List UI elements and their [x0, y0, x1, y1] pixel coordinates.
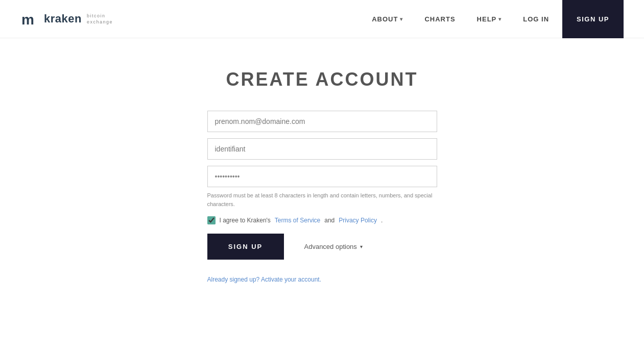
about-dropdown-icon: ▾: [400, 16, 403, 22]
logo-area: m kraken bitcoin exchange: [20, 8, 113, 30]
actions-row: SIGN UP Advanced options ▾: [207, 234, 437, 260]
nav-charts[interactable]: CHARTS: [416, 11, 463, 27]
terms-prefix-text: I agree to Kraken's: [220, 217, 271, 224]
password-hint: Password must be at least 8 characters i…: [207, 191, 437, 208]
email-input[interactable]: [207, 111, 437, 132]
terms-and-text: and: [324, 217, 335, 224]
terms-suffix-text: .: [381, 217, 383, 224]
nav-help[interactable]: HELP ▾: [469, 11, 510, 27]
kraken-logo: m kraken bitcoin exchange: [20, 8, 113, 30]
activate-account-link[interactable]: Already signed up? Activate your account…: [207, 276, 437, 283]
main-content: CREATE ACCOUNT Password must be at least…: [0, 38, 644, 283]
advanced-options-icon: ▾: [360, 244, 363, 249]
nav-login[interactable]: LOG IN: [515, 11, 557, 27]
signup-submit-button[interactable]: SIGN UP: [207, 234, 284, 260]
terms-row: I agree to Kraken's Terms of Service and…: [207, 216, 437, 224]
logo-brand-name: kraken: [44, 12, 82, 26]
help-dropdown-icon: ▾: [498, 16, 502, 22]
privacy-policy-link[interactable]: Privacy Policy: [339, 217, 377, 224]
nav-signup-button[interactable]: SIGN UP: [562, 0, 624, 38]
username-input[interactable]: [207, 138, 437, 160]
svg-text:m: m: [21, 12, 34, 28]
terms-checkbox[interactable]: [207, 216, 216, 224]
terms-of-service-link[interactable]: Terms of Service: [275, 217, 320, 224]
signup-form: Password must be at least 8 characters i…: [207, 111, 437, 283]
logo-icon: m: [20, 8, 42, 30]
advanced-options-button[interactable]: Advanced options ▾: [304, 243, 363, 250]
header: m kraken bitcoin exchange ABOUT ▾ CHARTS…: [0, 0, 644, 38]
logo-subtitle: bitcoin exchange: [87, 13, 113, 25]
nav-about[interactable]: ABOUT ▾: [364, 11, 411, 27]
page-title: CREATE ACCOUNT: [226, 69, 418, 90]
password-input[interactable]: [207, 166, 437, 187]
main-nav: ABOUT ▾ CHARTS HELP ▾ LOG IN SIGN UP: [364, 0, 624, 38]
